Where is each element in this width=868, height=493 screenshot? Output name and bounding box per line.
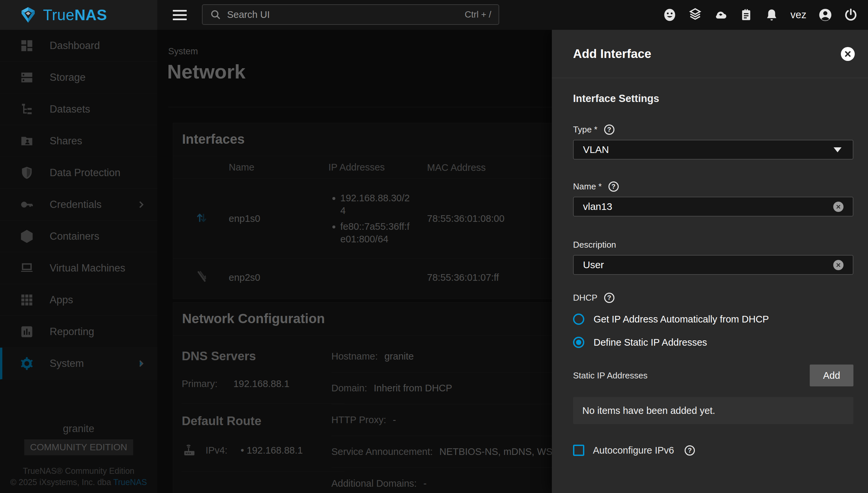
search-icon [210,9,221,20]
add-interface-panel: Add Interface Interface Settings Type * … [552,30,868,493]
close-icon[interactable] [841,47,855,61]
type-select[interactable]: VLAN [573,140,853,159]
type-select-value: VLAN [583,144,833,155]
add-static-ip-button[interactable]: Add [810,365,853,386]
description-input[interactable] [583,259,833,271]
radio-dhcp-auto[interactable]: Get IP Address Automatically from DHCP [573,314,853,325]
radio-label: Get IP Address Automatically from DHCP [593,314,769,325]
help-icon[interactable]: ? [608,181,619,192]
help-icon[interactable]: ? [604,293,614,303]
help-icon[interactable]: ? [685,445,695,456]
logo-text: TrueNAS [43,6,107,24]
chevron-down-icon [833,147,842,152]
search-shortcut: Ctrl + / [465,9,491,20]
topbar: TrueNAS Ctrl + / [0,0,868,30]
search-input[interactable] [226,9,459,21]
feedback-icon[interactable] [663,7,677,22]
radio-checked-icon [573,337,584,348]
checkbox-icon[interactable] [573,445,584,456]
username-label: vez [790,9,806,21]
truenas-connect-icon[interactable] [713,7,728,22]
topbar-icons: vez [663,0,858,30]
clear-icon[interactable] [833,260,844,270]
truecommand-icon[interactable] [688,7,702,22]
radio-icon [573,314,584,325]
alerts-bell-icon[interactable] [764,7,779,22]
global-search: Ctrl + / [202,4,499,25]
dhcp-field-label: DHCP ? [573,293,853,303]
static-ip-section: Static IP Addresses Add [573,365,853,386]
name-field-label: Name * ? [573,181,853,192]
type-field-label: Type * ? [573,125,853,135]
description-field [573,255,853,275]
panel-body: Interface Settings Type * ? VLAN Name * … [552,93,868,456]
radio-static-ip[interactable]: Define Static IP Addresses [573,337,853,348]
interface-settings-heading: Interface Settings [573,93,853,105]
description-field-label: Description [573,240,853,250]
menu-toggle-icon[interactable] [173,8,187,22]
autoconfigure-ipv6-label: Autoconfigure IPv6 [593,445,674,456]
panel-title: Add Interface [573,47,651,61]
static-ip-empty-message: No items have been added yet. [573,397,853,424]
name-input[interactable] [583,201,833,212]
autoconfigure-ipv6-row: Autoconfigure IPv6 ? [573,445,853,456]
radio-label: Define Static IP Addresses [593,337,707,348]
user-avatar-icon[interactable] [818,7,832,22]
help-icon[interactable]: ? [604,125,614,135]
jobs-icon[interactable] [739,7,754,22]
panel-header: Add Interface [552,30,868,78]
truenas-logo-icon [19,5,38,24]
logo[interactable]: TrueNAS [0,0,157,30]
static-ip-label: Static IP Addresses [573,370,648,381]
power-icon[interactable] [844,7,858,22]
truenas-app: TrueNAS Ctrl + / [0,0,868,493]
name-field [573,197,853,217]
clear-icon[interactable] [833,202,844,212]
